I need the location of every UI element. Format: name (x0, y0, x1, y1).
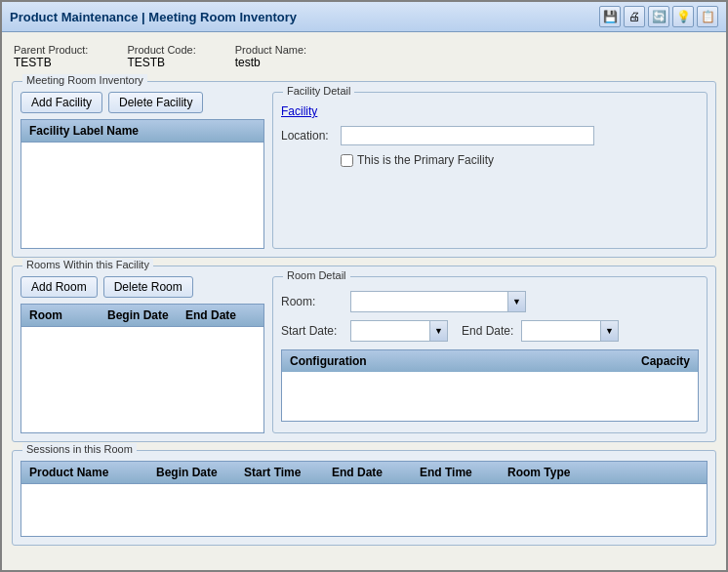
room-select-label: Room: (281, 295, 344, 308)
start-date-input[interactable] (350, 320, 448, 342)
col-room-type-header: Room Type (507, 466, 605, 479)
location-label: Location: (281, 129, 335, 143)
facility-list-body (20, 142, 264, 249)
end-date-wrapper: ▼ (521, 320, 619, 342)
sessions-grid-body (20, 483, 708, 537)
refresh-button[interactable]: 🔄 (648, 6, 669, 27)
product-name-field: Product Name: testb (235, 44, 306, 69)
date-fields-row: Start Date: ▼ End Date: ▼ (281, 320, 699, 342)
rooms-grid-header: Room Begin Date End Date (20, 304, 264, 326)
print-button[interactable]: 🖨 (624, 6, 645, 27)
room-select-row: Room: ▼ (281, 291, 699, 312)
col-end-time-header: End Time (420, 466, 507, 479)
delete-facility-button[interactable]: Delete Facility (108, 92, 203, 113)
toolbar: 💾 🖨 🔄 💡 📋 (599, 6, 718, 27)
help-button[interactable]: 💡 (672, 6, 694, 27)
start-date-wrapper: ▼ (350, 320, 448, 342)
col-begin-header: Begin Date (107, 308, 185, 322)
primary-facility-label: This is the Primary Facility (357, 153, 494, 167)
parent-product-field: Parent Product: TESTB (14, 44, 88, 69)
primary-facility-checkbox[interactable] (341, 154, 353, 167)
rooms-grid-body (20, 326, 264, 433)
config-grid-header: Configuration Capacity (282, 350, 698, 372)
config-col-header: Configuration (290, 354, 367, 368)
location-input[interactable] (341, 126, 594, 145)
delete-room-button[interactable]: Delete Room (103, 276, 193, 298)
primary-facility-row: This is the Primary Facility (341, 153, 699, 167)
room-detail-title: Room Detail (283, 269, 350, 281)
add-room-button[interactable]: Add Room (20, 276, 98, 298)
facility-link[interactable]: Facility (281, 104, 317, 118)
title-bar: Product Maintenance | Meeting Room Inven… (2, 2, 726, 32)
col-begin-date-header: Begin Date (156, 466, 244, 479)
sessions-grid-header: Product Name Begin Date Start Time End D… (20, 461, 708, 483)
close-button[interactable]: 📋 (697, 6, 718, 27)
sessions-section-title: Sessions in this Room (22, 443, 137, 455)
col-end-header: End Date (185, 308, 254, 322)
config-grid: Configuration Capacity (281, 349, 699, 422)
product-name-value: testb (235, 56, 261, 69)
rooms-section: Rooms Within this Facility Add Room Dele… (12, 266, 716, 442)
location-field-row: Location: (281, 126, 699, 145)
facility-list-header: Facility Label Name (20, 119, 264, 142)
save-button[interactable]: 💾 (599, 6, 621, 27)
room-select[interactable] (350, 291, 526, 312)
mri-section-title: Meeting Room Inventory (22, 74, 147, 86)
parent-product-value: TESTB (14, 56, 52, 69)
product-code-field: Product Code: TESTB (127, 44, 195, 69)
mri-section: Meeting Room Inventory Add Facility Dele… (12, 81, 716, 258)
col-room-header: Room (29, 308, 107, 322)
room-select-wrapper: ▼ (350, 291, 526, 312)
col-end-date-header: End Date (332, 466, 420, 479)
room-detail-panel: Room Detail Room: ▼ Start Date: (272, 276, 708, 433)
sessions-section: Sessions in this Room Product Name Begin… (12, 450, 716, 546)
facility-detail-panel: Facility Detail Facility Location: This … (272, 92, 708, 249)
capacity-col-header: Capacity (641, 354, 690, 368)
rooms-section-title: Rooms Within this Facility (22, 259, 153, 270)
end-date-label: End Date: (462, 324, 515, 338)
add-facility-button[interactable]: Add Facility (20, 92, 102, 113)
product-info: Parent Product: TESTB Product Code: TEST… (12, 40, 716, 73)
col-start-time-header: Start Time (244, 466, 332, 479)
facility-detail-title: Facility Detail (283, 85, 354, 97)
page-title: Product Maintenance | Meeting Room Inven… (10, 10, 297, 24)
rooms-list-panel: Add Room Delete Room Room Begin Date End… (20, 276, 264, 433)
product-code-value: TESTB (127, 56, 165, 69)
end-date-input[interactable] (521, 320, 619, 342)
start-date-label: Start Date: (281, 324, 344, 338)
facility-list-panel: Add Facility Delete Facility Facility La… (20, 92, 264, 249)
content-area: Parent Product: TESTB Product Code: TEST… (2, 32, 726, 570)
config-grid-body (282, 372, 698, 421)
col-product-header: Product Name (29, 466, 156, 479)
